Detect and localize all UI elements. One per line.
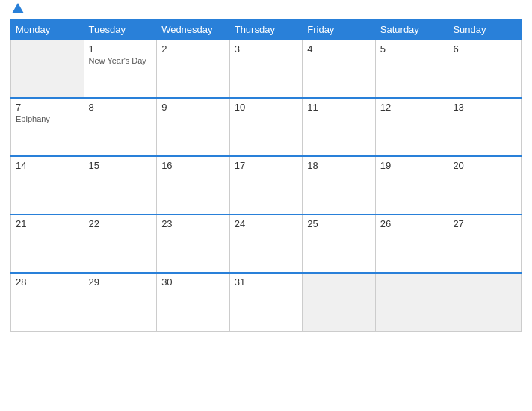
day-number: 4	[307, 43, 371, 55]
day-number: 20	[453, 160, 516, 171]
calendar-cell: 23	[157, 214, 230, 273]
day-number: 6	[453, 43, 516, 55]
day-number: 10	[235, 102, 298, 113]
day-number: 25	[307, 218, 371, 229]
calendar-cell: 1New Year's Day	[84, 40, 157, 98]
day-number: 21	[16, 218, 79, 229]
day-number: 7	[16, 102, 79, 113]
calendar-cell	[303, 273, 376, 331]
calendar-cell: 19	[375, 156, 448, 214]
day-number: 1	[89, 43, 152, 55]
calendar-week-row: 28293031	[11, 273, 522, 331]
calendar-cell: 28	[11, 273, 84, 331]
calendar-cell: 8	[84, 98, 157, 156]
calendar-cell: 27	[448, 214, 522, 273]
day-number: 23	[161, 218, 225, 229]
day-number: 12	[380, 102, 444, 113]
calendar-cell	[11, 40, 84, 98]
weekday-header-tuesday: Tuesday	[84, 20, 157, 40]
calendar-cell: 13	[448, 98, 522, 156]
calendar-cell: 25	[303, 214, 376, 273]
calendar-cell: 10	[229, 98, 303, 156]
calendar-cell: 26	[375, 214, 448, 273]
day-number: 29	[89, 276, 152, 288]
day-number: 9	[161, 102, 225, 113]
day-number: 22	[89, 218, 152, 229]
weekday-header-wednesday: Wednesday	[157, 20, 230, 40]
weekday-header-friday: Friday	[303, 20, 376, 40]
calendar-week-row: 21222324252627	[11, 214, 522, 273]
day-number: 24	[235, 218, 298, 229]
day-number: 31	[235, 276, 298, 288]
calendar-cell: 29	[84, 273, 157, 331]
calendar-cell	[448, 273, 522, 331]
day-number: 28	[16, 276, 79, 288]
weekday-header-row: MondayTuesdayWednesdayThursdayFridaySatu…	[11, 20, 522, 40]
calendar-cell: 22	[84, 214, 157, 273]
calendar-cell: 11	[303, 98, 376, 156]
day-number: 15	[89, 160, 152, 171]
calendar-cell: 3	[229, 40, 303, 98]
weekday-header-thursday: Thursday	[229, 20, 303, 40]
logo	[10, 7, 24, 13]
day-number: 8	[89, 102, 152, 113]
day-number: 17	[235, 160, 298, 171]
holiday-label: Epiphany	[16, 114, 79, 123]
calendar-cell: 2	[157, 40, 230, 98]
day-number: 18	[307, 160, 371, 171]
day-number: 14	[16, 160, 79, 171]
weekday-header-sunday: Sunday	[448, 20, 522, 40]
calendar-cell: 4	[303, 40, 376, 98]
calendar-cell: 12	[375, 98, 448, 156]
day-number: 16	[161, 160, 225, 171]
calendar-cell: 16	[157, 156, 230, 214]
calendar-header	[10, 7, 522, 13]
weekday-header-saturday: Saturday	[375, 20, 448, 40]
logo-triangle-icon	[12, 3, 24, 13]
calendar-cell: 7Epiphany	[11, 98, 84, 156]
calendar-cell: 5	[375, 40, 448, 98]
calendar-week-row: 7Epiphany8910111213	[11, 98, 522, 156]
holiday-label: New Year's Day	[89, 56, 152, 65]
day-number: 5	[380, 43, 444, 55]
calendar-cell: 30	[157, 273, 230, 331]
day-number: 3	[235, 43, 298, 55]
calendar-table: MondayTuesdayWednesdayThursdayFridaySatu…	[10, 19, 522, 332]
day-number: 19	[380, 160, 444, 171]
calendar-cell: 18	[303, 156, 376, 214]
day-number: 30	[161, 276, 225, 288]
day-number: 27	[453, 218, 516, 229]
calendar-cell: 21	[11, 214, 84, 273]
calendar-cell: 24	[229, 214, 303, 273]
day-number: 26	[380, 218, 444, 229]
day-number: 13	[453, 102, 516, 113]
calendar-page: MondayTuesdayWednesdayThursdayFridaySatu…	[0, 0, 532, 411]
calendar-cell: 31	[229, 273, 303, 331]
calendar-cell: 14	[11, 156, 84, 214]
calendar-cell: 20	[448, 156, 522, 214]
day-number: 2	[161, 43, 225, 55]
logo-wrapper	[10, 7, 24, 13]
calendar-week-row: 14151617181920	[11, 156, 522, 214]
weekday-header-monday: Monday	[11, 20, 84, 40]
calendar-week-row: 1New Year's Day23456	[11, 40, 522, 98]
day-number: 11	[307, 102, 371, 113]
calendar-cell: 17	[229, 156, 303, 214]
calendar-cell: 6	[448, 40, 522, 98]
calendar-cell: 15	[84, 156, 157, 214]
calendar-cell: 9	[157, 98, 230, 156]
calendar-cell	[375, 273, 448, 331]
